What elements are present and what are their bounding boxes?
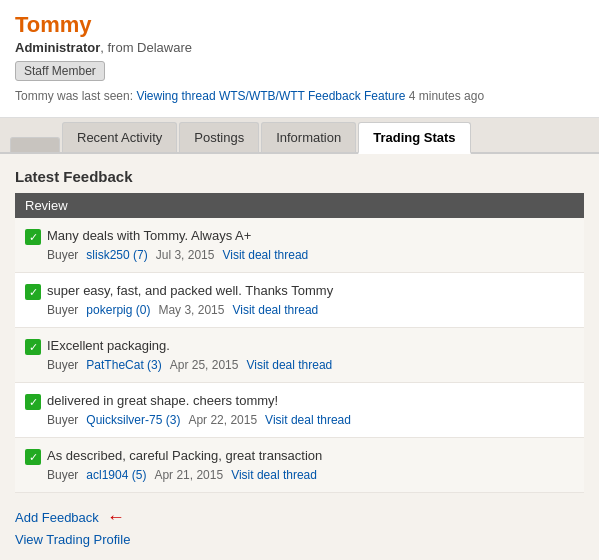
tab-information[interactable]: Information	[261, 122, 356, 152]
role-label: Administrator	[15, 40, 100, 55]
user-role: Administrator, from Delaware	[15, 40, 584, 55]
view-trading-link[interactable]: View Trading Profile	[15, 532, 584, 547]
list-item: ✓ Many deals with Tommy. Always A+ Buyer…	[15, 218, 584, 273]
staff-badge-button[interactable]: Staff Member	[15, 61, 105, 81]
last-seen-link[interactable]: Viewing thread WTS/WTB/WTT Feedback Feat…	[136, 89, 405, 103]
tab-postings[interactable]: Postings	[179, 122, 259, 152]
check-icon: ✓	[25, 394, 41, 410]
list-item: ✓ delivered in great shape. cheers tommy…	[15, 383, 584, 438]
meta-user[interactable]: pokerpig (0)	[86, 303, 150, 317]
check-icon: ✓	[25, 284, 41, 300]
user-header: Tommy Administrator, from Delaware Staff…	[0, 0, 599, 118]
meta-type: Buyer	[47, 358, 78, 372]
feedback-review-text: IExcellent packaging.	[47, 338, 170, 353]
review-header: Review	[15, 193, 584, 218]
feedback-text: ✓ super easy, fast, and packed well. Tha…	[25, 283, 574, 300]
meta-date: Apr 22, 2015	[188, 413, 257, 427]
add-feedback-row: Add Feedback ←	[15, 507, 584, 528]
footer-links: Add Feedback ← View Trading Profile	[15, 507, 584, 547]
meta-user[interactable]: PatTheCat (3)	[86, 358, 161, 372]
list-item: ✓ IExcellent packaging. Buyer PatTheCat …	[15, 328, 584, 383]
visit-deal-link[interactable]: Visit deal thread	[265, 413, 351, 427]
meta-date: May 3, 2015	[158, 303, 224, 317]
list-item: ✓ super easy, fast, and packed well. Tha…	[15, 273, 584, 328]
feedback-meta: Buyer PatTheCat (3) Apr 25, 2015 Visit d…	[47, 358, 574, 372]
feedback-list: ✓ Many deals with Tommy. Always A+ Buyer…	[15, 218, 584, 493]
visit-deal-link[interactable]: Visit deal thread	[232, 303, 318, 317]
meta-type: Buyer	[47, 468, 78, 482]
add-feedback-link[interactable]: Add Feedback	[15, 510, 99, 525]
last-seen: Tommy was last seen: Viewing thread WTS/…	[15, 89, 584, 107]
feedback-meta: Buyer pokerpig (0) May 3, 2015 Visit dea…	[47, 303, 574, 317]
visit-deal-link[interactable]: Visit deal thread	[222, 248, 308, 262]
meta-user[interactable]: acl1904 (5)	[86, 468, 146, 482]
meta-user[interactable]: slisk250 (7)	[86, 248, 147, 262]
last-seen-time: 4 minutes ago	[409, 89, 484, 103]
feedback-review-text: Many deals with Tommy. Always A+	[47, 228, 251, 243]
meta-date: Jul 3, 2015	[156, 248, 215, 262]
check-icon: ✓	[25, 229, 41, 245]
meta-date: Apr 25, 2015	[170, 358, 239, 372]
tab-placeholder[interactable]	[10, 137, 60, 152]
username: Tommy	[15, 12, 584, 38]
meta-user[interactable]: Quicksilver-75 (3)	[86, 413, 180, 427]
list-item: ✓ As described, careful Packing, great t…	[15, 438, 584, 493]
tab-trading-stats[interactable]: Trading Stats	[358, 122, 470, 154]
tab-bar: Recent Activity Postings Information Tra…	[0, 118, 599, 154]
feedback-review-text: super easy, fast, and packed well. Thank…	[47, 283, 333, 298]
meta-type: Buyer	[47, 248, 78, 262]
feedback-meta: Buyer slisk250 (7) Jul 3, 2015 Visit dea…	[47, 248, 574, 262]
feedback-text: ✓ IExcellent packaging.	[25, 338, 574, 355]
check-icon: ✓	[25, 449, 41, 465]
feedback-review-text: delivered in great shape. cheers tommy!	[47, 393, 278, 408]
meta-type: Buyer	[47, 413, 78, 427]
feedback-meta: Buyer acl1904 (5) Apr 21, 2015 Visit dea…	[47, 468, 574, 482]
tab-recent-activity[interactable]: Recent Activity	[62, 122, 177, 152]
section-title: Latest Feedback	[15, 168, 584, 185]
meta-type: Buyer	[47, 303, 78, 317]
check-icon: ✓	[25, 339, 41, 355]
meta-date: Apr 21, 2015	[154, 468, 223, 482]
feedback-text: ✓ Many deals with Tommy. Always A+	[25, 228, 574, 245]
visit-deal-link[interactable]: Visit deal thread	[231, 468, 317, 482]
feedback-review-text: As described, careful Packing, great tra…	[47, 448, 322, 463]
feedback-text: ✓ delivered in great shape. cheers tommy…	[25, 393, 574, 410]
location: Delaware	[137, 40, 192, 55]
feedback-text: ✓ As described, careful Packing, great t…	[25, 448, 574, 465]
arrow-icon: ←	[107, 507, 125, 528]
visit-deal-link[interactable]: Visit deal thread	[246, 358, 332, 372]
main-content: Latest Feedback Review ✓ Many deals with…	[0, 154, 599, 560]
feedback-meta: Buyer Quicksilver-75 (3) Apr 22, 2015 Vi…	[47, 413, 574, 427]
